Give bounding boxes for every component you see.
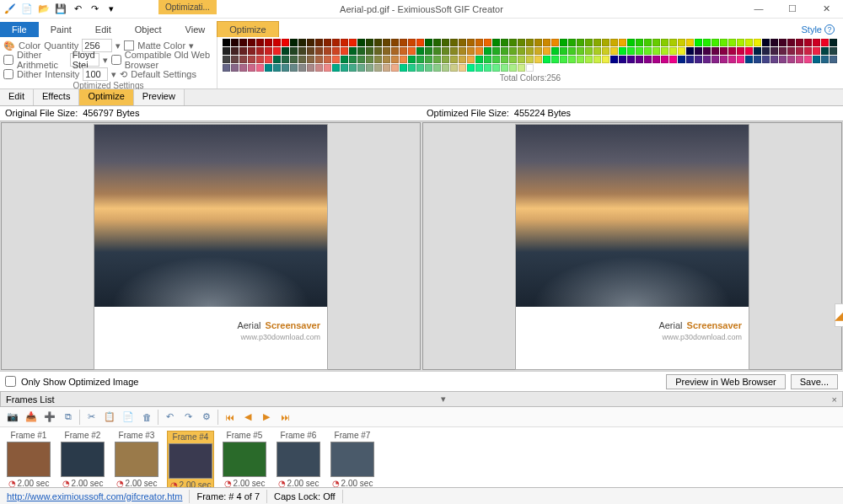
subtab-preview[interactable]: Preview bbox=[134, 89, 185, 105]
palette-swatch[interactable] bbox=[416, 39, 424, 46]
palette-swatch[interactable] bbox=[408, 56, 416, 63]
palette-swatch[interactable] bbox=[459, 39, 466, 46]
palette-swatch[interactable] bbox=[433, 39, 441, 46]
palette-swatch[interactable] bbox=[610, 47, 618, 55]
palette-swatch[interactable] bbox=[787, 39, 795, 46]
palette-swatch[interactable] bbox=[501, 64, 508, 72]
palette-swatch[interactable] bbox=[534, 47, 542, 55]
subtab-edit[interactable]: Edit bbox=[0, 89, 34, 105]
palette-swatch[interactable] bbox=[661, 47, 668, 55]
palette-swatch[interactable] bbox=[332, 56, 340, 63]
next-frame-icon[interactable]: ▶ bbox=[259, 410, 274, 425]
palette-swatch[interactable] bbox=[332, 39, 340, 46]
palette-swatch[interactable] bbox=[349, 64, 357, 72]
palette-swatch[interactable] bbox=[509, 47, 517, 55]
palette-swatch[interactable] bbox=[315, 39, 323, 46]
palette-swatch[interactable] bbox=[585, 47, 593, 55]
palette-swatch[interactable] bbox=[762, 56, 770, 63]
palette-swatch[interactable] bbox=[779, 39, 787, 46]
palette-swatch[interactable] bbox=[762, 47, 770, 55]
palette-swatch[interactable] bbox=[282, 39, 289, 46]
palette-swatch[interactable] bbox=[821, 39, 829, 46]
palette-swatch[interactable] bbox=[518, 64, 525, 72]
frame-item[interactable]: Frame #72.00 sec bbox=[329, 431, 376, 493]
palette-swatch[interactable] bbox=[636, 47, 643, 55]
palette-swatch[interactable] bbox=[686, 47, 694, 55]
palette-swatch[interactable] bbox=[416, 56, 424, 63]
side-flyout-tab[interactable]: ◢ bbox=[835, 303, 843, 327]
palette-swatch[interactable] bbox=[332, 64, 340, 72]
palette-swatch[interactable] bbox=[357, 64, 365, 72]
palette-swatch[interactable] bbox=[408, 64, 416, 72]
palette-swatch[interactable] bbox=[400, 64, 407, 72]
palette-swatch[interactable] bbox=[669, 39, 677, 46]
palette-swatch[interactable] bbox=[324, 56, 331, 63]
palette-swatch[interactable] bbox=[349, 39, 357, 46]
palette-swatch[interactable] bbox=[256, 39, 264, 46]
palette-swatch[interactable] bbox=[433, 56, 441, 63]
palette-swatch[interactable] bbox=[433, 47, 441, 55]
palette-swatch[interactable] bbox=[737, 39, 744, 46]
palette-swatch[interactable] bbox=[265, 47, 272, 55]
palette-swatch[interactable] bbox=[813, 39, 820, 46]
palette-swatch[interactable] bbox=[830, 39, 837, 46]
quantity-spinner-icon[interactable]: ▾ bbox=[115, 40, 121, 51]
frames-pin-icon[interactable]: ▾ bbox=[441, 394, 446, 405]
palette-swatch[interactable] bbox=[450, 47, 458, 55]
palette-swatch[interactable] bbox=[695, 56, 702, 63]
palette-swatch[interactable] bbox=[416, 64, 424, 72]
palette-swatch[interactable] bbox=[720, 39, 728, 46]
frame-item[interactable]: Frame #52.00 sec bbox=[221, 431, 268, 493]
palette-swatch[interactable] bbox=[450, 64, 458, 72]
palette-swatch[interactable] bbox=[349, 56, 357, 63]
palette-swatch[interactable] bbox=[787, 56, 795, 63]
prev-frame-icon[interactable]: ◀ bbox=[240, 410, 255, 425]
palette-swatch[interactable] bbox=[796, 39, 803, 46]
palette-swatch[interactable] bbox=[315, 47, 323, 55]
palette-swatch[interactable] bbox=[577, 39, 584, 46]
copy-icon[interactable]: 📋 bbox=[102, 410, 117, 425]
palette-swatch[interactable] bbox=[425, 39, 432, 46]
palette-swatch[interactable] bbox=[551, 39, 559, 46]
palette-swatch[interactable] bbox=[366, 47, 373, 55]
palette-swatch[interactable] bbox=[459, 56, 466, 63]
qat-new-icon[interactable]: 📄 bbox=[20, 3, 34, 16]
reset-icon[interactable]: ⟲ bbox=[120, 69, 127, 80]
subtab-optimize[interactable]: Optimize bbox=[79, 89, 133, 105]
palette-swatch[interactable] bbox=[256, 47, 264, 55]
palette-swatch[interactable] bbox=[526, 64, 534, 72]
palette-swatch[interactable] bbox=[627, 39, 635, 46]
palette-swatch[interactable] bbox=[248, 64, 255, 72]
palette-swatch[interactable] bbox=[745, 39, 753, 46]
palette-swatch[interactable] bbox=[341, 39, 348, 46]
palette-swatch[interactable] bbox=[711, 39, 719, 46]
palette-swatch[interactable] bbox=[383, 64, 390, 72]
palette-swatch[interactable] bbox=[273, 47, 281, 55]
palette-swatch[interactable] bbox=[771, 39, 778, 46]
palette-swatch[interactable] bbox=[602, 39, 609, 46]
first-frame-icon[interactable]: ⏮ bbox=[222, 410, 237, 425]
palette-swatch[interactable] bbox=[324, 64, 331, 72]
palette-swatch[interactable] bbox=[610, 56, 618, 63]
palette-swatch[interactable] bbox=[450, 39, 458, 46]
palette-swatch[interactable] bbox=[324, 39, 331, 46]
preview-browser-button[interactable]: Preview in Web Browser bbox=[666, 374, 786, 389]
palette-swatch[interactable] bbox=[518, 47, 525, 55]
palette-swatch[interactable] bbox=[695, 47, 702, 55]
palette-swatch[interactable] bbox=[231, 56, 239, 63]
qat-redo-icon[interactable]: ↷ bbox=[88, 3, 101, 16]
palette-swatch[interactable] bbox=[475, 64, 483, 72]
palette-swatch[interactable] bbox=[282, 64, 289, 72]
palette-swatch[interactable] bbox=[239, 39, 247, 46]
palette-swatch[interactable] bbox=[492, 64, 500, 72]
palette-swatch[interactable] bbox=[568, 39, 576, 46]
palette-swatch[interactable] bbox=[602, 47, 609, 55]
palette-swatch[interactable] bbox=[307, 64, 314, 72]
frame-item[interactable]: Frame #62.00 sec bbox=[275, 431, 322, 493]
palette-swatch[interactable] bbox=[265, 56, 272, 63]
palette-swatch[interactable] bbox=[290, 39, 298, 46]
palette-swatch[interactable] bbox=[282, 56, 289, 63]
qat-undo-icon[interactable]: ↶ bbox=[71, 3, 84, 16]
palette-swatch[interactable] bbox=[695, 39, 702, 46]
palette-swatch[interactable] bbox=[357, 56, 365, 63]
